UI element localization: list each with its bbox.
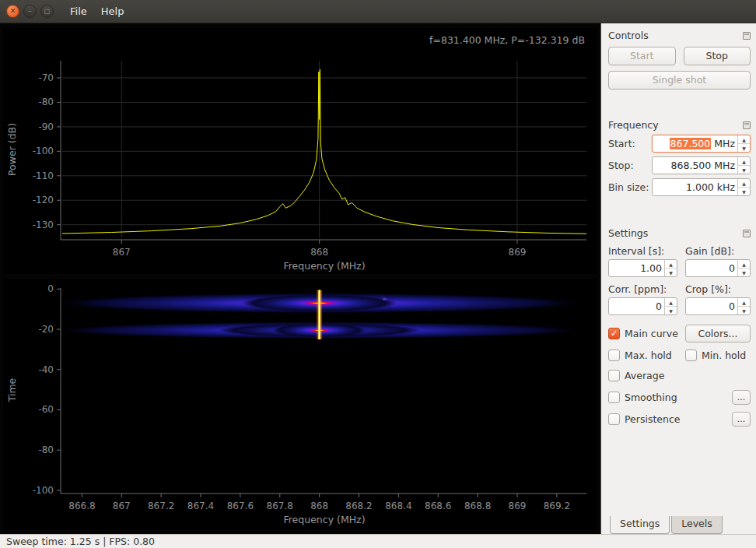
stop-frequency-label: Stop: xyxy=(608,160,652,171)
spin-up-icon[interactable] xyxy=(738,298,750,307)
spin-down-icon[interactable] xyxy=(665,307,677,314)
crop-spinbox[interactable]: 0 xyxy=(685,297,751,315)
svg-text:-40: -40 xyxy=(38,364,54,375)
spin-arrows xyxy=(664,298,677,314)
bin-size-value: 1.000 xyxy=(686,181,714,193)
spin-up-icon[interactable] xyxy=(738,135,750,144)
control-dock: Controls Start Stop Single shot Frequenc… xyxy=(600,23,756,534)
frequency-section-header: Frequency xyxy=(608,119,751,131)
start-button[interactable]: Start xyxy=(608,47,676,65)
svg-text:867.6: 867.6 xyxy=(227,501,254,511)
svg-text:866.8: 866.8 xyxy=(68,501,95,511)
persistence-options-button[interactable]: ... xyxy=(732,412,751,427)
tab-levels[interactable]: Levels xyxy=(671,516,723,534)
spin-arrows xyxy=(737,157,750,174)
min-hold-label: Min. hold xyxy=(702,350,746,361)
spin-down-icon[interactable] xyxy=(738,307,750,314)
svg-text:868: 868 xyxy=(310,247,328,258)
spectrum-plot-canvas[interactable]: 867868869-70-80-90-100-110-120-130Freque… xyxy=(3,28,597,274)
spin-up-icon[interactable] xyxy=(738,260,750,269)
corr-value: 0 xyxy=(656,300,662,312)
settings-section-header: Settings xyxy=(608,227,751,239)
stop-frequency-value: 868.500 xyxy=(671,160,712,171)
stop-frequency-spinbox[interactable]: 868.500 MHz xyxy=(652,156,751,174)
dock-float-icon[interactable] xyxy=(743,230,751,237)
svg-text:869: 869 xyxy=(509,247,527,258)
spin-down-icon[interactable] xyxy=(738,166,750,174)
svg-text:-80: -80 xyxy=(38,444,54,455)
single-shot-button[interactable]: Single shot xyxy=(608,71,751,90)
svg-text:867.4: 867.4 xyxy=(187,501,214,511)
min-hold-checkbox[interactable] xyxy=(685,350,697,361)
close-window-icon[interactable] xyxy=(6,5,19,18)
svg-text:Frequency (MHz): Frequency (MHz) xyxy=(283,260,365,272)
interval-spinbox[interactable]: 1.00 xyxy=(608,259,677,277)
spin-arrows xyxy=(737,179,750,195)
svg-text:-130: -130 xyxy=(33,220,54,230)
smoothing-label: Smoothing xyxy=(625,392,677,403)
tab-settings[interactable]: Settings xyxy=(610,516,670,534)
spin-arrows xyxy=(737,135,750,152)
corr-spinbox[interactable]: 0 xyxy=(608,297,677,315)
svg-text:Time: Time xyxy=(6,378,18,402)
spin-down-icon[interactable] xyxy=(738,269,750,276)
bin-size-label: Bin size: xyxy=(608,181,652,193)
smoothing-options-button[interactable]: ... xyxy=(732,390,751,405)
start-frequency-spinbox[interactable]: 867.500 MHz xyxy=(652,135,751,153)
maximize-window-icon[interactable] xyxy=(40,5,54,18)
gain-value: 0 xyxy=(729,262,735,274)
main-curve-checkbox[interactable] xyxy=(608,328,620,339)
cursor-readout: f=831.400 MHz, P=-132.319 dB xyxy=(429,34,585,46)
interval-label: Interval [s]: xyxy=(608,245,677,257)
controls-section-title: Controls xyxy=(608,30,649,41)
spin-down-icon[interactable] xyxy=(665,269,677,276)
spin-up-icon[interactable] xyxy=(738,179,750,188)
spin-up-icon[interactable] xyxy=(665,298,677,307)
stop-button[interactable]: Stop xyxy=(684,47,751,65)
spin-arrows xyxy=(737,260,750,276)
svg-text:869: 869 xyxy=(509,501,527,511)
bin-size-spinbox[interactable]: 1.000 kHz xyxy=(652,178,751,196)
svg-text:868.8: 868.8 xyxy=(464,501,491,511)
dock-float-icon[interactable] xyxy=(743,32,751,40)
spin-down-icon[interactable] xyxy=(738,188,750,195)
controls-section-header: Controls xyxy=(608,30,751,41)
svg-text:867.2: 867.2 xyxy=(148,501,174,511)
menu-help[interactable]: Help xyxy=(94,0,131,23)
svg-text:-100: -100 xyxy=(33,146,54,156)
main-curve-label: Main curve xyxy=(625,328,678,339)
start-frequency-unit: MHz xyxy=(711,138,735,149)
svg-text:868.6: 868.6 xyxy=(425,501,451,511)
max-hold-checkbox[interactable] xyxy=(608,350,620,361)
plot-area: f=831.400 MHz, P=-132.319 dB 867868869-7… xyxy=(0,23,600,534)
svg-text:868.4: 868.4 xyxy=(385,501,411,511)
svg-text:-80: -80 xyxy=(38,97,54,107)
interval-value: 1.00 xyxy=(640,262,662,274)
spin-down-icon[interactable] xyxy=(738,144,750,152)
start-frequency-value: 867.500 xyxy=(670,138,712,149)
waterfall-plot-canvas[interactable]: 866.8867867.2867.4867.6867.8868868.2868.… xyxy=(3,279,597,529)
colors-button[interactable]: Colors... xyxy=(685,325,751,342)
minimize-window-icon[interactable] xyxy=(23,5,37,18)
svg-text:0: 0 xyxy=(47,283,54,294)
statusbar-text: Sweep time: 1.25 s | FPS: 0.80 xyxy=(6,536,155,547)
svg-text:-90: -90 xyxy=(38,121,54,132)
spin-up-icon[interactable] xyxy=(665,260,677,269)
smoothing-checkbox[interactable] xyxy=(608,392,620,403)
average-checkbox[interactable] xyxy=(608,370,620,381)
titlebar: File Help xyxy=(0,0,756,23)
gain-spinbox[interactable]: 0 xyxy=(685,259,751,277)
average-label: Average xyxy=(625,370,664,381)
svg-text:-20: -20 xyxy=(38,324,54,335)
svg-text:-120: -120 xyxy=(33,195,54,206)
menu-file[interactable]: File xyxy=(63,0,94,23)
svg-text:-70: -70 xyxy=(38,72,54,83)
spin-up-icon[interactable] xyxy=(738,157,750,166)
svg-text:867: 867 xyxy=(113,501,131,511)
settings-section-title: Settings xyxy=(608,227,648,239)
dock-float-icon[interactable] xyxy=(743,121,751,129)
corr-label: Corr. [ppm]: xyxy=(608,283,677,295)
persistence-checkbox[interactable] xyxy=(608,413,620,425)
frequency-section-title: Frequency xyxy=(608,119,659,131)
svg-text:869.2: 869.2 xyxy=(544,501,570,511)
